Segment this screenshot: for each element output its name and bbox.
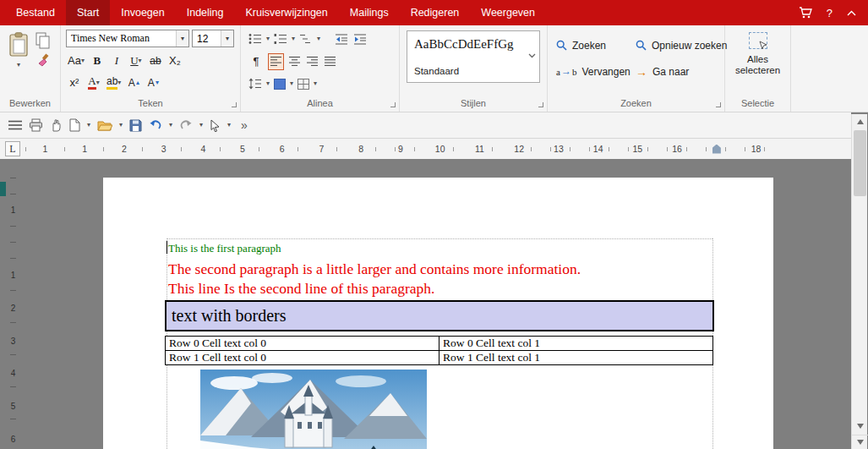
bold-button[interactable]: B [89,52,106,69]
pan-hand-icon[interactable] [50,118,63,132]
menu-tab-invoegen[interactable]: Invoegen [110,0,175,25]
chevron-down-icon[interactable] [528,53,536,58]
align-left-button[interactable] [268,53,284,70]
cart-icon[interactable] [799,7,812,19]
underline-button[interactable]: U▾ [128,52,145,69]
save-icon[interactable] [129,119,142,132]
tab-stop-selector[interactable]: L [5,141,20,156]
undo-icon[interactable] [149,119,162,131]
paste-icon[interactable] [8,32,29,57]
paragraph-1[interactable]: This is the first paragraph [168,242,281,255]
font-name-select[interactable]: Times New Roman ▾ [66,30,189,47]
multilevel-list-button[interactable] [298,30,314,47]
chevron-down-icon[interactable]: ▾ [292,36,295,42]
highlight-button[interactable]: ab▾ [105,74,123,91]
line-spacing-button[interactable] [248,75,263,92]
menu-tab-start[interactable]: Start [66,0,110,25]
paragraph-2-line-2[interactable]: This line Is the second line of this par… [168,279,581,298]
align-right-button[interactable] [305,53,319,70]
table-cell[interactable]: Row 0 Cell text col 1 [439,337,713,351]
dialog-launcher-icon[interactable] [538,102,543,107]
menu-tab-bestand[interactable]: Bestand [5,0,66,25]
table-cell[interactable]: Row 1 Cell text col 0 [166,351,439,365]
dialog-launcher-icon[interactable] [232,102,237,107]
table-cell[interactable]: Row 0 Cell text col 0 [166,337,439,351]
table-cell[interactable]: Row 1 Cell text col 1 [439,351,713,365]
vruler[interactable]: 1123456 [7,178,20,449]
chevron-down-icon[interactable]: ▾ [221,30,233,47]
chevron-down-icon[interactable]: ▾ [227,122,231,129]
style-gallery[interactable]: AaBbCcDdEeFfGg Standaard [407,30,540,83]
help-icon[interactable]: ? [827,7,833,19]
scroll-up-button[interactable] [852,114,868,129]
sidebar-toggle-icon[interactable] [8,120,22,130]
chevron-down-icon[interactable]: ▾ [290,80,293,87]
print-icon[interactable] [29,118,43,132]
chevron-down-icon[interactable]: ▾ [169,122,172,129]
menu-tab-kruisverwijzingen[interactable]: Kruisverwijzingen [235,0,339,25]
paragraph-2[interactable]: The second paragraph is a little larger … [168,260,581,298]
chevron-down-icon[interactable]: ▾ [87,122,90,129]
find-button[interactable]: Zoeken [556,40,636,52]
ribbon-group-bewerken: ▾ Bewerken [0,25,61,112]
bordered-paragraph[interactable]: text with borders [165,300,714,331]
copy-icon[interactable] [35,32,51,49]
right-indent-marker-icon[interactable] [712,145,721,154]
collapse-ribbon-icon[interactable] [847,10,856,16]
font-color-button[interactable]: A▾ [85,74,102,91]
next-page-button[interactable] [852,435,868,449]
menu-tab-weergeven[interactable]: Weergeven [470,0,546,25]
scroll-down-button[interactable] [852,419,868,433]
paste-dropdown-icon[interactable]: ▾ [17,62,20,68]
horizontal-ruler[interactable]: 11234567891011121314151618 [25,139,776,159]
borders-button[interactable] [297,75,310,92]
menu-tab-mailings[interactable]: Mailings [339,0,400,25]
justify-button[interactable] [323,53,337,70]
shading-button[interactable] [273,75,287,92]
format-painter-icon[interactable] [36,53,51,68]
increase-indent-button[interactable] [352,30,368,47]
redo-icon[interactable] [179,119,193,131]
replace-button[interactable]: a→b Vervangen [556,65,636,78]
italic-button[interactable]: I [108,52,125,69]
decrease-indent-button[interactable] [334,30,349,47]
pointer-icon[interactable] [210,119,221,132]
subscript-button[interactable]: X₂ [167,52,183,69]
toolbar-overflow-icon[interactable]: » [241,118,248,132]
goto-button[interactable]: → Ga naar [636,65,727,79]
doc-table[interactable]: Row 0 Cell text col 0Row 0 Cell text col… [165,336,713,365]
numbered-list-button[interactable] [273,30,288,47]
menu-tab-redigeren[interactable]: Redigeren [400,0,471,25]
chevron-down-icon[interactable]: ▾ [266,80,270,87]
vruler-number: 2 [8,304,19,314]
scrollbar-thumb[interactable] [854,130,866,196]
align-center-button[interactable] [287,53,302,70]
superscript-button[interactable]: x² [66,74,83,91]
chevron-down-icon[interactable]: ▾ [317,36,320,42]
dialog-launcher-icon[interactable] [390,102,396,107]
castle-image[interactable] [200,370,427,449]
menu-tab-indeling[interactable]: Indeling [176,0,235,25]
group-label-alinea: Alinea [241,97,399,112]
bullet-list-button[interactable] [248,30,263,47]
grow-font-button[interactable]: A▴ [125,74,142,91]
strikethrough-button[interactable]: ab [147,52,164,69]
document-page[interactable]: This is the first paragraph The second p… [103,178,773,449]
underline-label: U [130,54,138,68]
vruler-number: 1 [8,271,19,281]
new-document-icon[interactable] [69,118,80,132]
font-size-select[interactable]: 12 ▾ [192,30,234,47]
dialog-launcher-icon[interactable] [716,102,721,107]
find-again-button[interactable]: Opnieuw zoeken [636,40,727,52]
chevron-down-icon[interactable]: ▾ [266,36,270,42]
chevron-down-icon[interactable]: ▾ [176,30,188,47]
chevron-down-icon[interactable]: ▾ [314,80,317,87]
shrink-font-button[interactable]: A▾ [145,74,161,91]
chevron-down-icon[interactable]: ▾ [199,122,203,129]
vertical-scrollbar[interactable] [851,114,867,449]
change-case-button[interactable]: Aa▾ [66,52,86,69]
chevron-down-icon[interactable]: ▾ [119,122,123,129]
open-folder-icon[interactable] [97,119,112,131]
show-formatting-marks-button[interactable]: ¶ [248,52,265,70]
paragraph-2-line-1[interactable]: The second paragraph is a little larger … [168,260,581,279]
